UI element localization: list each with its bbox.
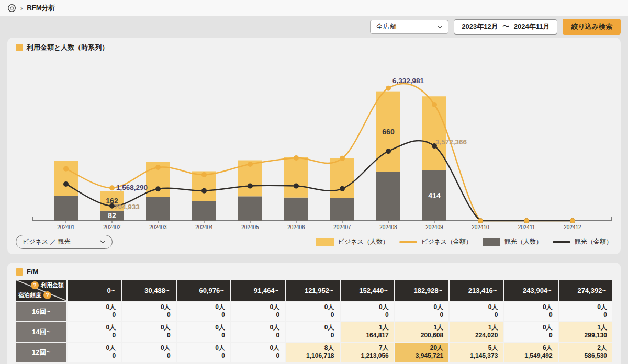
legend-item: ビジネス（人数）: [316, 237, 389, 246]
line-point-business: [109, 185, 115, 190]
series-mode-select[interactable]: ビジネス ／ 観光: [16, 235, 113, 249]
fm-corner-cell: ? 利用金額 宿泊頻度 ?: [16, 280, 66, 301]
date-range-picker[interactable]: 2023年12月 〜 2024年11月: [454, 19, 557, 35]
series-mode-value: ビジネス ／ 観光: [23, 237, 71, 246]
legend-label: ビジネス（人数）: [338, 237, 389, 246]
bar-segment-tourism: [54, 196, 78, 221]
fm-col-axis-label: 利用金額: [41, 281, 64, 289]
fm-column-header: 0~: [68, 280, 121, 301]
fm-column-header: 274,392~: [559, 280, 612, 301]
fm-cell: 5人1,145,373: [450, 343, 503, 362]
data-label: 1,568,290: [116, 184, 148, 191]
fm-panel: F/M ? 利用金額 宿泊頻度 ? 0~30,488~60,976~91,464…: [7, 263, 621, 364]
bar-segment-business: [422, 96, 446, 170]
legend-label: ビジネス（金額）: [421, 237, 472, 246]
fm-cell: 0人0: [286, 302, 339, 321]
line-tourism-amount: [66, 141, 573, 221]
legend-label: 観光（金額）: [575, 237, 612, 246]
breadcrumb: › RFM分析: [0, 0, 628, 16]
line-point-business: [386, 86, 391, 91]
line-point-tourism: [248, 184, 253, 189]
data-label: 162: [106, 197, 118, 205]
fm-cell: 0人0: [231, 322, 285, 342]
line-point-tourism: [294, 184, 299, 189]
fm-row-header: 14回~: [16, 322, 66, 342]
line-point-business: [155, 165, 161, 170]
x-axis-tick-label: 202402: [103, 224, 121, 230]
fm-cell: 6人1,549,492: [504, 343, 557, 362]
fm-title: F/M: [16, 268, 612, 276]
bar-segment-business: [54, 161, 78, 196]
fm-cell: 2人586,530: [559, 343, 612, 362]
fm-cell: 0人0: [504, 302, 557, 321]
store-select[interactable]: 全店舗: [370, 20, 448, 34]
fm-cell: 0人0: [122, 343, 175, 362]
x-axis-tick-label: 202409: [425, 224, 443, 230]
page-title: RFM分析: [27, 3, 55, 13]
fm-column-header: 182,928~: [395, 280, 448, 301]
line-point-business: [432, 102, 437, 107]
legend-line-swatch: [399, 241, 417, 243]
legend-item: 観光（人数）: [483, 237, 542, 246]
data-label: 3,572,366: [435, 138, 467, 146]
line-point-business: [201, 172, 207, 177]
line-point-business: [570, 218, 575, 223]
bar-segment-tourism: [146, 197, 170, 221]
fm-column-header: 60,976~: [177, 280, 230, 301]
fm-cell: 0人0: [341, 302, 394, 321]
legend-label: 観光（人数）: [504, 237, 542, 246]
fm-cell: 1人200,608: [395, 322, 448, 342]
line-point-tourism: [63, 181, 69, 187]
chevron-down-icon: [437, 25, 443, 29]
store-select-value: 全店舗: [376, 22, 396, 31]
bar-segment-business: [284, 157, 308, 198]
x-axis-tick-label: 202401: [57, 224, 75, 230]
fm-cell: 0人0: [286, 322, 339, 342]
date-separator: 〜: [502, 22, 510, 31]
fm-cell: 0人0: [122, 302, 175, 321]
x-axis-tick-label: 202408: [379, 224, 397, 230]
legend-item: 観光（金額）: [553, 237, 612, 246]
help-icon[interactable]: ?: [31, 281, 39, 289]
fm-column-header: 121,952~: [286, 280, 339, 301]
legend-bar-swatch: [483, 238, 500, 246]
fm-cell: 0人0: [68, 322, 121, 342]
x-axis-tick-label: 202410: [472, 224, 489, 230]
legend-item: ビジネス（金額）: [399, 237, 472, 246]
data-label: 660: [382, 128, 395, 136]
fm-cell: 1人224,020: [450, 322, 503, 342]
bar-segment-tourism: [238, 196, 262, 221]
line-point-tourism: [340, 186, 345, 191]
data-label: 6,332,981: [392, 77, 424, 85]
fm-cell: 0人0: [450, 302, 503, 321]
x-axis-tick-label: 202404: [195, 224, 213, 230]
filter-search-button[interactable]: 絞り込み検索: [563, 19, 621, 35]
fm-cell: 8人1,106,718: [286, 343, 339, 362]
fm-cell: 1人299,130: [559, 322, 612, 342]
help-icon[interactable]: ?: [43, 291, 51, 299]
bar-segment-tourism: [330, 198, 354, 221]
chevron-down-icon: [100, 240, 106, 244]
date-end[interactable]: 2024年11月: [514, 22, 550, 31]
x-axis-tick-label: 202405: [241, 224, 259, 230]
bar-segment-business: [330, 158, 354, 198]
fm-cell: 0人0: [177, 322, 230, 342]
timeseries-title: 利用金額と人数（時系列）: [16, 43, 612, 52]
date-start[interactable]: 2023年12月: [462, 22, 498, 31]
x-axis-tick-label: 202406: [287, 224, 305, 230]
fm-cell: 0人0: [177, 343, 230, 362]
line-point-tourism: [155, 186, 161, 191]
filter-bar: 全店舗 2023年12月 〜 2024年11月 絞り込み検索: [0, 16, 628, 38]
fm-cell: 0人0: [231, 343, 285, 362]
fm-row-axis-label: 宿泊頻度: [18, 291, 41, 299]
line-point-business: [294, 155, 299, 161]
fm-cell: 0人0: [68, 302, 121, 321]
x-axis-tick-label: 202411: [518, 224, 535, 230]
fm-cell: 1人164,817: [341, 322, 394, 342]
fm-row-header: 12回~: [16, 343, 66, 362]
line-point-tourism: [201, 188, 207, 194]
line-point-business: [478, 218, 483, 223]
line-point-business: [248, 162, 253, 167]
fm-column-header: 213,416~: [450, 280, 503, 301]
home-icon[interactable]: [7, 4, 16, 13]
